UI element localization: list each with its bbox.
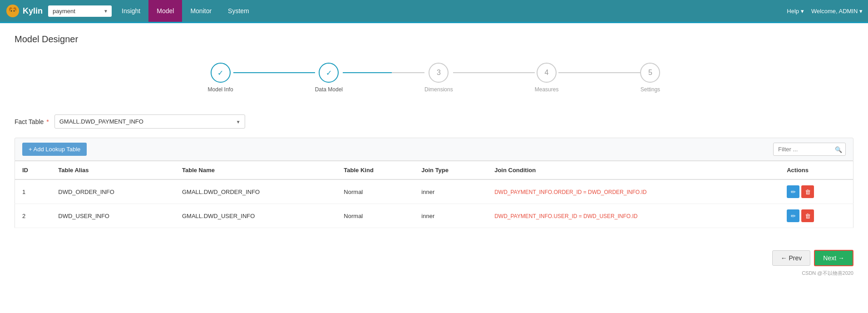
lookup-table: ID Table Alias Table Name Table Kind Joi… (15, 161, 853, 228)
fact-table-select-wrapper[interactable]: GMALL.DWD_PAYMENT_INFO (54, 114, 245, 129)
step-1-circle: ✓ (211, 63, 231, 83)
cell-actions-1: ✏ 🗑 (779, 204, 853, 228)
step-2: ✓ Data Model (315, 63, 343, 93)
help-menu[interactable]: Help ▾ (787, 8, 804, 15)
col-header-kind: Table Kind (336, 161, 414, 180)
filter-wrapper: 🔍 (773, 143, 846, 156)
cell-id-1: 2 (15, 204, 51, 228)
project-selector[interactable]: payment (48, 5, 112, 17)
step-line-3-4 (453, 72, 535, 73)
step-line-2-3 (343, 72, 424, 73)
step-5: 5 Settings (640, 63, 660, 93)
fact-table-select[interactable]: GMALL.DWD_PAYMENT_INFO (54, 114, 245, 129)
nav-item-system[interactable]: System (220, 0, 257, 22)
nav-right: Help ▾ Welcome, ADMIN ▾ (787, 8, 863, 15)
step-4-circle: 4 (537, 63, 557, 83)
prev-label: ← Prev (781, 254, 802, 262)
col-header-alias: Table Alias (51, 161, 175, 180)
step-3-circle: 3 (429, 63, 449, 83)
col-header-name: Table Name (175, 161, 336, 180)
step-5-label: Settings (641, 86, 660, 93)
help-chevron-icon: ▾ (801, 8, 804, 15)
next-label: Next → (823, 254, 844, 262)
cell-id-0: 1 (15, 179, 51, 204)
step-3-label: Dimensions (424, 86, 453, 93)
cell-name-1: GMALL.DWD_USER_INFO (175, 204, 336, 228)
svg-point-4 (11, 10, 12, 12)
cell-join-condition-0: DWD_PAYMENT_INFO.ORDER_ID = DWD_ORDER_IN… (487, 179, 779, 204)
step-3: 3 Dimensions (424, 63, 453, 93)
required-star: * (44, 118, 49, 125)
step-5-circle: 5 (640, 63, 660, 83)
logo: Kylin (5, 4, 43, 18)
nav-items: Insight Model Monitor System (113, 0, 787, 22)
step-4: 4 Measures (535, 63, 559, 93)
cell-kind-0: Normal (336, 179, 414, 204)
help-label: Help (787, 8, 799, 15)
top-nav: Kylin payment Insight Model Monitor Syst… (0, 0, 868, 22)
step-4-label: Measures (535, 86, 559, 93)
cell-alias-0: DWD_ORDER_INFO (51, 179, 175, 204)
add-lookup-button[interactable]: + Add Lookup Table (22, 143, 87, 156)
edit-button-1[interactable]: ✏ (787, 209, 799, 222)
svg-point-3 (10, 9, 16, 15)
welcome-chevron-icon: ▾ (859, 8, 863, 15)
cell-actions-0: ✏ 🗑 (779, 179, 853, 204)
welcome-menu[interactable]: Welcome, ADMIN ▾ (811, 8, 863, 15)
col-header-join-type: Join Type (414, 161, 487, 180)
steps-container: ✓ Model Info ✓ Data Model 3 Dimensions 4… (15, 55, 853, 100)
step-1-label: Model Info (208, 86, 233, 93)
cell-join-type-1: inner (414, 204, 487, 228)
welcome-label: Welcome, ADMIN (811, 8, 858, 15)
step-line-1-2 (233, 72, 315, 73)
col-header-actions: Actions (779, 161, 853, 180)
project-dropdown[interactable]: payment (48, 5, 112, 17)
nav-item-model[interactable]: Model (148, 0, 182, 22)
watermark: CSDN @不以物喜2020 (15, 270, 853, 277)
page-title: Model Designer (15, 34, 853, 45)
fact-table-label: Fact Table * (15, 118, 49, 125)
nav-item-insight[interactable]: Insight (113, 0, 148, 22)
step-line-4-5 (558, 72, 640, 73)
col-header-join-condition: Join Condition (487, 161, 779, 180)
next-button[interactable]: Next → (814, 250, 853, 266)
cell-join-condition-1: DWD_PAYMENT_INFO.USER_ID = DWD_USER_INFO… (487, 204, 779, 228)
fact-table-row: Fact Table * GMALL.DWD_PAYMENT_INFO (15, 114, 853, 129)
col-header-id: ID (15, 161, 51, 180)
svg-point-5 (14, 10, 15, 12)
table-row: 1 DWD_ORDER_INFO GMALL.DWD_ORDER_INFO No… (15, 179, 853, 204)
bottom-actions: ← Prev Next → (15, 243, 853, 266)
nav-item-monitor[interactable]: Monitor (182, 0, 220, 22)
delete-button-0[interactable]: 🗑 (801, 185, 814, 198)
kylin-logo-icon (5, 4, 20, 18)
cell-name-0: GMALL.DWD_ORDER_INFO (175, 179, 336, 204)
cell-join-type-0: inner (414, 179, 487, 204)
table-header-row: ID Table Alias Table Name Table Kind Joi… (15, 161, 853, 180)
step-1: ✓ Model Info (208, 63, 233, 93)
prev-button[interactable]: ← Prev (772, 250, 811, 266)
table-row: 2 DWD_USER_INFO GMALL.DWD_USER_INFO Norm… (15, 204, 853, 228)
logo-text: Kylin (23, 6, 43, 16)
main-content: Model Designer ✓ Model Info ✓ Data Model… (0, 23, 868, 313)
search-icon: 🔍 (835, 146, 842, 153)
step-2-label: Data Model (315, 86, 343, 93)
step-2-circle: ✓ (319, 63, 339, 83)
edit-button-0[interactable]: ✏ (787, 185, 799, 198)
lookup-toolbar: + Add Lookup Table 🔍 (15, 138, 853, 161)
cell-alias-1: DWD_USER_INFO (51, 204, 175, 228)
add-lookup-label: + Add Lookup Table (29, 146, 80, 153)
delete-button-1[interactable]: 🗑 (801, 209, 814, 222)
cell-kind-1: Normal (336, 204, 414, 228)
